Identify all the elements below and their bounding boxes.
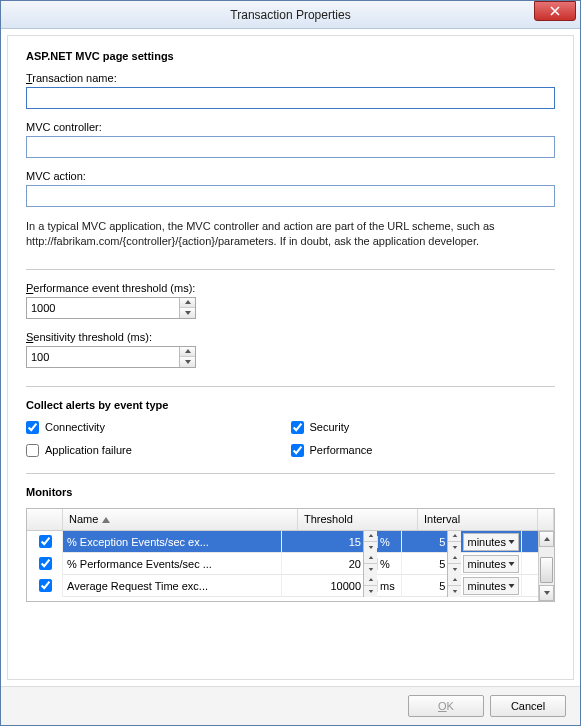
- sens-threshold-label: Sensitivity threshold (ms):: [26, 331, 555, 343]
- row-checkbox[interactable]: [39, 579, 52, 592]
- threshold-value[interactable]: 20: [282, 558, 363, 570]
- spin-down-icon[interactable]: [180, 357, 195, 367]
- sens-threshold-spinner[interactable]: [179, 347, 195, 367]
- threshold-spinner[interactable]: [363, 531, 377, 553]
- interval-unit-label: minutes: [467, 536, 506, 548]
- threshold-spinner[interactable]: [363, 575, 377, 597]
- app-failure-label: Application failure: [45, 444, 132, 456]
- spin-down-icon[interactable]: [448, 586, 461, 597]
- row-checkbox[interactable]: [39, 535, 52, 548]
- row-checkbox-cell: [27, 531, 63, 553]
- col-name[interactable]: Name: [63, 509, 298, 530]
- scroll-thumb[interactable]: [540, 557, 553, 583]
- spin-up-icon[interactable]: [364, 575, 377, 587]
- row-name: % Exception Events/sec ex...: [63, 531, 282, 553]
- mvc-action-input[interactable]: [26, 185, 555, 207]
- transaction-name-input[interactable]: [26, 87, 555, 109]
- interval-value[interactable]: 5: [402, 558, 447, 570]
- row-checkbox-cell: [27, 553, 63, 575]
- spin-down-icon[interactable]: [180, 308, 195, 318]
- page-settings-heading: ASP.NET MVC page settings: [26, 50, 555, 62]
- spin-down-icon[interactable]: [364, 542, 377, 553]
- threshold-unit: %: [377, 558, 401, 570]
- close-button[interactable]: [534, 1, 576, 21]
- interval-spinner[interactable]: [447, 575, 461, 597]
- scroll-down-button[interactable]: [539, 585, 554, 601]
- spin-down-icon[interactable]: [448, 542, 461, 553]
- spin-up-icon[interactable]: [364, 553, 377, 565]
- col-name-label: Name: [69, 513, 98, 525]
- ok-button[interactable]: OK: [408, 695, 484, 717]
- row-threshold-cell: 15%: [282, 531, 402, 553]
- security-checkbox[interactable]: Security: [291, 421, 556, 434]
- col-threshold[interactable]: Threshold: [298, 509, 418, 530]
- table-row[interactable]: Average Request Time exc...10000ms5minut…: [27, 575, 538, 597]
- help-text: In a typical MVC application, the MVC co…: [26, 219, 555, 249]
- table-row[interactable]: % Exception Events/sec ex...15%5minutes: [27, 531, 538, 553]
- close-icon: [550, 6, 560, 16]
- spin-up-icon[interactable]: [448, 531, 461, 543]
- dialog-footer: OK Cancel: [1, 686, 580, 725]
- row-name: Average Request Time exc...: [63, 575, 282, 597]
- threshold-unit: ms: [377, 580, 401, 592]
- threshold-value[interactable]: 10000: [282, 580, 363, 592]
- connectivity-checkbox-input[interactable]: [26, 421, 39, 434]
- mvc-controller-input[interactable]: [26, 136, 555, 158]
- interval-spinner[interactable]: [447, 553, 461, 575]
- scroll-up-button[interactable]: [539, 531, 554, 547]
- performance-checkbox-input[interactable]: [291, 444, 304, 457]
- performance-checkbox[interactable]: Performance: [291, 444, 556, 457]
- threshold-spinner[interactable]: [363, 553, 377, 575]
- mvc-controller-label: MVC controller:: [26, 121, 555, 133]
- spin-down-icon[interactable]: [364, 564, 377, 575]
- perf-threshold-spinner[interactable]: [179, 298, 195, 318]
- interval-spinner[interactable]: [447, 531, 461, 553]
- chevron-down-icon: [508, 584, 515, 588]
- security-label: Security: [310, 421, 350, 433]
- spin-up-icon[interactable]: [364, 531, 377, 543]
- transaction-name-label: Transaction name:: [26, 72, 555, 84]
- table-body: % Exception Events/sec ex...15%5minutes%…: [27, 531, 538, 601]
- perf-threshold-input[interactable]: [27, 298, 179, 318]
- spin-up-icon[interactable]: [448, 575, 461, 587]
- spin-down-icon[interactable]: [364, 586, 377, 597]
- cancel-button[interactable]: Cancel: [490, 695, 566, 717]
- transaction-name-field: Transaction name:: [26, 72, 555, 109]
- interval-unit-label: minutes: [467, 558, 506, 570]
- row-threshold-cell: 20%: [282, 553, 402, 575]
- sens-threshold-input[interactable]: [27, 347, 179, 367]
- row-interval-cell: 5minutes: [402, 553, 522, 575]
- vertical-scrollbar[interactable]: [538, 531, 554, 601]
- interval-unit-dropdown[interactable]: minutes: [463, 555, 519, 573]
- spin-up-icon[interactable]: [180, 347, 195, 358]
- titlebar: Transaction Properties: [1, 1, 580, 29]
- row-interval-cell: 5minutes: [402, 531, 522, 553]
- connectivity-checkbox[interactable]: Connectivity: [26, 421, 291, 434]
- app-failure-checkbox[interactable]: Application failure: [26, 444, 291, 457]
- perf-threshold-field: Performance event threshold (ms):: [26, 282, 555, 319]
- table-row[interactable]: % Performance Events/sec ...20%5minutes: [27, 553, 538, 575]
- alerts-grid: Connectivity Security Application failur…: [26, 421, 555, 457]
- dialog-body: ASP.NET MVC page settings Transaction na…: [7, 35, 574, 680]
- window-title: Transaction Properties: [1, 8, 580, 22]
- interval-value[interactable]: 5: [402, 536, 447, 548]
- interval-unit-dropdown[interactable]: minutes: [463, 577, 519, 595]
- spin-up-icon[interactable]: [448, 553, 461, 565]
- app-failure-checkbox-input[interactable]: [26, 444, 39, 457]
- spin-up-icon[interactable]: [180, 298, 195, 309]
- col-check[interactable]: [27, 509, 63, 530]
- perf-threshold-label: Performance event threshold (ms):: [26, 282, 555, 294]
- row-checkbox[interactable]: [39, 557, 52, 570]
- interval-value[interactable]: 5: [402, 580, 447, 592]
- spin-down-icon[interactable]: [448, 564, 461, 575]
- perf-threshold-input-wrap: [26, 297, 196, 319]
- col-scroll: [538, 509, 554, 530]
- row-name: % Performance Events/sec ...: [63, 553, 282, 575]
- col-threshold-label: Threshold: [304, 513, 353, 525]
- threshold-unit: %: [377, 536, 401, 548]
- scroll-track[interactable]: [539, 547, 554, 585]
- threshold-value[interactable]: 15: [282, 536, 363, 548]
- col-interval[interactable]: Interval: [418, 509, 538, 530]
- interval-unit-dropdown[interactable]: minutes: [463, 533, 519, 551]
- security-checkbox-input[interactable]: [291, 421, 304, 434]
